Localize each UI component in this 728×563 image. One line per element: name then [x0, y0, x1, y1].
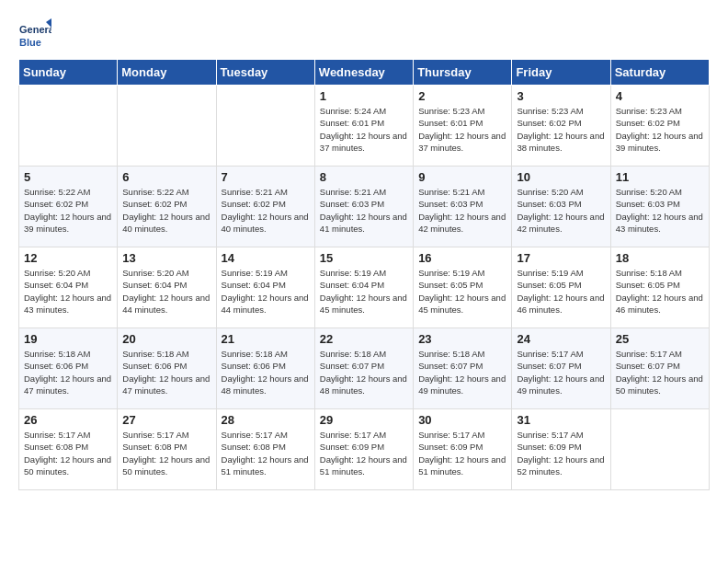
day-number: 1: [320, 89, 408, 103]
empty-cell: [216, 86, 314, 167]
day-number: 4: [616, 89, 704, 103]
day-number: 6: [122, 170, 210, 184]
header-sunday: Sunday: [19, 60, 118, 86]
week-row-4: 26Sunrise: 5:17 AM Sunset: 6:08 PM Dayli…: [19, 409, 710, 490]
day-info: Sunrise: 5:17 AM Sunset: 6:07 PM Dayligh…: [616, 348, 704, 396]
day-info: Sunrise: 5:19 AM Sunset: 6:04 PM Dayligh…: [222, 267, 310, 316]
day-cell-27: 27Sunrise: 5:17 AM Sunset: 6:08 PM Dayli…: [118, 409, 216, 490]
day-info: Sunrise: 5:18 AM Sunset: 6:07 PM Dayligh…: [320, 348, 408, 396]
day-number: 9: [418, 170, 506, 184]
header-wednesday: Wednesday: [314, 60, 413, 86]
day-cell-12: 12Sunrise: 5:20 AM Sunset: 6:04 PM Dayli…: [19, 247, 118, 328]
day-cell-9: 9Sunrise: 5:21 AM Sunset: 6:03 PM Daylig…: [414, 167, 512, 247]
day-cell-1: 1Sunrise: 5:24 AM Sunset: 6:01 PM Daylig…: [314, 86, 413, 167]
calendar-header-row: SundayMondayTuesdayWednesdayThursdayFrid…: [19, 60, 710, 86]
day-cell-2: 2Sunrise: 5:23 AM Sunset: 6:01 PM Daylig…: [414, 86, 512, 167]
day-number: 8: [320, 170, 408, 184]
day-info: Sunrise: 5:20 AM Sunset: 6:04 PM Dayligh…: [122, 267, 210, 316]
day-info: Sunrise: 5:20 AM Sunset: 6:03 PM Dayligh…: [616, 186, 704, 235]
day-cell-23: 23Sunrise: 5:18 AM Sunset: 6:07 PM Dayli…: [414, 328, 512, 409]
day-info: Sunrise: 5:23 AM Sunset: 6:02 PM Dayligh…: [517, 105, 605, 154]
day-number: 5: [24, 170, 112, 184]
day-info: Sunrise: 5:22 AM Sunset: 6:02 PM Dayligh…: [122, 186, 210, 235]
day-number: 10: [517, 170, 605, 184]
day-number: 23: [418, 332, 506, 346]
day-info: Sunrise: 5:18 AM Sunset: 6:05 PM Dayligh…: [616, 267, 704, 316]
day-number: 12: [24, 251, 112, 265]
page-header: General Blue: [18, 18, 710, 52]
day-cell-7: 7Sunrise: 5:21 AM Sunset: 6:02 PM Daylig…: [216, 167, 314, 247]
day-info: Sunrise: 5:17 AM Sunset: 6:09 PM Dayligh…: [320, 429, 408, 477]
week-row-3: 19Sunrise: 5:18 AM Sunset: 6:06 PM Dayli…: [19, 328, 710, 409]
day-number: 25: [616, 332, 704, 346]
day-cell-31: 31Sunrise: 5:17 AM Sunset: 6:09 PM Dayli…: [512, 409, 610, 490]
day-info: Sunrise: 5:23 AM Sunset: 6:01 PM Dayligh…: [418, 105, 506, 154]
day-number: 28: [222, 413, 310, 427]
day-cell-18: 18Sunrise: 5:18 AM Sunset: 6:05 PM Dayli…: [610, 247, 709, 328]
day-cell-15: 15Sunrise: 5:19 AM Sunset: 6:04 PM Dayli…: [314, 247, 413, 328]
day-number: 14: [222, 251, 310, 265]
header-thursday: Thursday: [414, 60, 512, 86]
day-cell-24: 24Sunrise: 5:17 AM Sunset: 6:07 PM Dayli…: [512, 328, 610, 409]
day-number: 29: [320, 413, 408, 427]
day-cell-28: 28Sunrise: 5:17 AM Sunset: 6:08 PM Dayli…: [216, 409, 314, 490]
day-cell-4: 4Sunrise: 5:23 AM Sunset: 6:02 PM Daylig…: [610, 86, 709, 167]
day-info: Sunrise: 5:18 AM Sunset: 6:06 PM Dayligh…: [24, 348, 112, 396]
day-number: 15: [320, 251, 408, 265]
day-info: Sunrise: 5:21 AM Sunset: 6:02 PM Dayligh…: [222, 186, 310, 235]
day-info: Sunrise: 5:17 AM Sunset: 6:08 PM Dayligh…: [122, 429, 210, 477]
empty-cell: [118, 86, 216, 167]
day-cell-19: 19Sunrise: 5:18 AM Sunset: 6:06 PM Dayli…: [19, 328, 118, 409]
header-tuesday: Tuesday: [216, 60, 314, 86]
day-info: Sunrise: 5:22 AM Sunset: 6:02 PM Dayligh…: [24, 186, 112, 235]
day-number: 19: [24, 332, 112, 346]
day-cell-25: 25Sunrise: 5:17 AM Sunset: 6:07 PM Dayli…: [610, 328, 709, 409]
day-number: 30: [418, 413, 506, 427]
day-info: Sunrise: 5:24 AM Sunset: 6:01 PM Dayligh…: [320, 105, 408, 154]
day-info: Sunrise: 5:18 AM Sunset: 6:07 PM Dayligh…: [418, 348, 506, 396]
day-cell-16: 16Sunrise: 5:19 AM Sunset: 6:05 PM Dayli…: [414, 247, 512, 328]
day-number: 22: [320, 332, 408, 346]
day-info: Sunrise: 5:18 AM Sunset: 6:06 PM Dayligh…: [222, 348, 310, 396]
day-number: 7: [222, 170, 310, 184]
day-info: Sunrise: 5:17 AM Sunset: 6:09 PM Dayligh…: [517, 429, 605, 477]
day-info: Sunrise: 5:21 AM Sunset: 6:03 PM Dayligh…: [320, 186, 408, 235]
day-info: Sunrise: 5:17 AM Sunset: 6:08 PM Dayligh…: [24, 429, 112, 477]
day-info: Sunrise: 5:23 AM Sunset: 6:02 PM Dayligh…: [616, 105, 704, 154]
day-cell-8: 8Sunrise: 5:21 AM Sunset: 6:03 PM Daylig…: [314, 167, 413, 247]
day-number: 13: [122, 251, 210, 265]
logo: General Blue: [18, 18, 51, 52]
day-cell-30: 30Sunrise: 5:17 AM Sunset: 6:09 PM Dayli…: [414, 409, 512, 490]
day-number: 20: [122, 332, 210, 346]
day-cell-17: 17Sunrise: 5:19 AM Sunset: 6:05 PM Dayli…: [512, 247, 610, 328]
day-info: Sunrise: 5:17 AM Sunset: 6:07 PM Dayligh…: [517, 348, 605, 396]
day-number: 16: [418, 251, 506, 265]
logo-svg: General Blue: [18, 18, 51, 52]
day-cell-29: 29Sunrise: 5:17 AM Sunset: 6:09 PM Dayli…: [314, 409, 413, 490]
empty-cell: [610, 409, 709, 490]
header-monday: Monday: [118, 60, 216, 86]
week-row-0: 1Sunrise: 5:24 AM Sunset: 6:01 PM Daylig…: [19, 86, 710, 167]
day-number: 27: [122, 413, 210, 427]
day-cell-14: 14Sunrise: 5:19 AM Sunset: 6:04 PM Dayli…: [216, 247, 314, 328]
day-number: 2: [418, 89, 506, 103]
day-info: Sunrise: 5:19 AM Sunset: 6:04 PM Dayligh…: [320, 267, 408, 316]
day-cell-3: 3Sunrise: 5:23 AM Sunset: 6:02 PM Daylig…: [512, 86, 610, 167]
day-cell-6: 6Sunrise: 5:22 AM Sunset: 6:02 PM Daylig…: [118, 167, 216, 247]
day-number: 24: [517, 332, 605, 346]
day-number: 21: [222, 332, 310, 346]
day-cell-21: 21Sunrise: 5:18 AM Sunset: 6:06 PM Dayli…: [216, 328, 314, 409]
day-cell-20: 20Sunrise: 5:18 AM Sunset: 6:06 PM Dayli…: [118, 328, 216, 409]
day-info: Sunrise: 5:18 AM Sunset: 6:06 PM Dayligh…: [122, 348, 210, 396]
svg-text:General: General: [19, 24, 51, 35]
day-number: 26: [24, 413, 112, 427]
day-number: 11: [616, 170, 704, 184]
day-info: Sunrise: 5:19 AM Sunset: 6:05 PM Dayligh…: [418, 267, 506, 316]
day-info: Sunrise: 5:17 AM Sunset: 6:09 PM Dayligh…: [418, 429, 506, 477]
header-saturday: Saturday: [610, 60, 709, 86]
week-row-2: 12Sunrise: 5:20 AM Sunset: 6:04 PM Dayli…: [19, 247, 710, 328]
day-cell-5: 5Sunrise: 5:22 AM Sunset: 6:02 PM Daylig…: [19, 167, 118, 247]
day-number: 3: [517, 89, 605, 103]
empty-cell: [19, 86, 118, 167]
day-number: 17: [517, 251, 605, 265]
